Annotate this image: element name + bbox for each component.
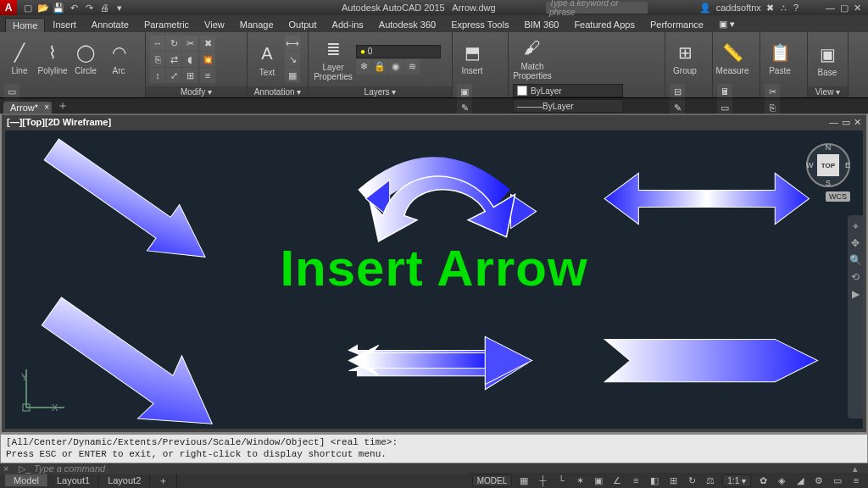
showmotion-icon[interactable]: ▶ (852, 288, 860, 300)
tab-expresstools[interactable]: Express Tools (443, 17, 516, 32)
exchange-icon[interactable]: ✖ (766, 3, 774, 14)
undo-icon[interactable]: ↶ (68, 2, 80, 14)
calc-icon[interactable]: 🖩 (717, 84, 732, 99)
rect-icon[interactable]: ▭ (4, 84, 19, 99)
tab-model[interactable]: Model (5, 474, 48, 486)
annomonitor-icon[interactable]: ◈ (775, 474, 788, 487)
create-block-icon[interactable]: ▣ (457, 84, 472, 99)
close-icon[interactable]: ✕ (854, 3, 861, 14)
orbit-icon[interactable]: ⟲ (851, 271, 860, 283)
tab-manage[interactable]: Manage (232, 17, 281, 32)
add-layout-icon[interactable]: ＋ (150, 474, 177, 488)
close-file-icon[interactable]: × (44, 103, 49, 112)
close-cmd-icon[interactable]: × (3, 463, 15, 474)
group-button[interactable]: ⊞Group (670, 35, 700, 81)
view-cube-face[interactable]: TOP (817, 154, 839, 176)
view-cube[interactable]: N S E W TOP (806, 143, 850, 187)
leader-icon[interactable]: ↘ (285, 52, 300, 67)
new-file-tab[interactable]: ＋ (57, 98, 69, 114)
qp-toggle-icon[interactable]: ⊞ (666, 474, 680, 487)
panel-title-view[interactable]: View ▾ (808, 86, 848, 97)
vp-close-icon[interactable]: ✕ (854, 117, 861, 128)
panel-title-layers[interactable]: Layers ▾ (309, 86, 452, 97)
tab-annotate[interactable]: Annotate (84, 17, 136, 32)
line-button[interactable]: ╱Line (4, 35, 35, 81)
copy-icon[interactable]: ⎘ (150, 52, 165, 67)
lwdisplay-toggle-icon[interactable]: ≡ (629, 474, 643, 487)
sc-toggle-icon[interactable]: ↻ (685, 474, 698, 487)
cleanscreen-icon[interactable]: ▭ (831, 474, 844, 487)
laymatch-icon[interactable]: ≋ (404, 59, 420, 75)
otrack-toggle-icon[interactable]: ∠ (610, 474, 624, 487)
panel-title-annotation[interactable]: Annotation ▾ (248, 86, 308, 97)
lineweight-dropdown[interactable]: ——— ByLayer (513, 99, 623, 113)
paste-button[interactable]: 📋Paste (765, 35, 795, 81)
scale-icon[interactable]: ⤢ (166, 68, 181, 83)
text-button[interactable]: AText (252, 36, 282, 83)
rotate-icon[interactable]: ↻ (166, 36, 181, 51)
osnap-toggle-icon[interactable]: ▣ (592, 474, 605, 487)
maximize-icon[interactable]: ▢ (840, 3, 849, 14)
explode-icon[interactable]: 💥 (200, 52, 215, 67)
freeze-icon[interactable]: ❄ (356, 59, 371, 75)
color-dropdown[interactable]: ByLayer (513, 84, 623, 97)
cut-icon[interactable]: ✂ (765, 84, 780, 99)
insert-button[interactable]: ⬒Insert (457, 35, 487, 81)
ortho-toggle-icon[interactable]: └ (554, 474, 568, 487)
base-button[interactable]: ▣Base (812, 36, 843, 83)
model-space-button[interactable]: MODEL (472, 474, 513, 487)
pan-icon[interactable]: ✥ (851, 237, 860, 249)
lock-icon[interactable]: 🔒 (372, 59, 387, 75)
print-icon[interactable]: 🖨 (98, 2, 110, 14)
customize-icon[interactable]: ≡ (849, 474, 863, 487)
tab-bim360[interactable]: BIM 360 (516, 17, 566, 32)
app-menu-icon[interactable]: A (0, 0, 17, 15)
arc-button[interactable]: ◠Arc (103, 35, 134, 81)
panel-title-modify[interactable]: Modify ▾ (146, 86, 247, 97)
redo-icon[interactable]: ↷ (83, 2, 95, 14)
grid-toggle-icon[interactable]: ▦ (517, 474, 531, 487)
move-icon[interactable]: ↔ (150, 36, 165, 51)
tab-performance[interactable]: Performance (643, 17, 711, 32)
trim-icon[interactable]: ✂ (182, 36, 198, 51)
layer-dropdown[interactable]: ● 0 (356, 45, 441, 58)
command-history[interactable]: [All/Center/Dynamic/Extents/Previous/Sca… (0, 434, 868, 463)
erase-icon[interactable]: ✖ (200, 36, 215, 51)
vp-minimize-icon[interactable]: — (829, 117, 838, 128)
favorites-icon[interactable]: ⛬ (779, 3, 788, 13)
tab-output[interactable]: Output (281, 17, 325, 32)
tab-view[interactable]: View (197, 17, 232, 32)
measure-button[interactable]: 📏Measure (717, 35, 748, 81)
minimize-icon[interactable]: — (826, 3, 835, 13)
layoff-icon[interactable]: ◉ (388, 59, 403, 75)
search-input[interactable]: Type a keyword or phrase (546, 2, 648, 14)
match-properties-button[interactable]: 🖌Match Properties (513, 35, 552, 81)
circle-button[interactable]: ◯Circle (70, 35, 101, 81)
tab-focus[interactable]: ▣ ▾ (711, 16, 743, 32)
polyline-button[interactable]: ⌇Polyline (37, 35, 68, 81)
save-icon[interactable]: 💾 (53, 2, 64, 14)
scale-dropdown[interactable]: 1:1 ▾ (722, 474, 751, 487)
dim-icon[interactable]: ⟷ (285, 36, 300, 51)
user-name[interactable]: caddsoftnx (716, 3, 761, 13)
tab-layout2[interactable]: Layout2 (99, 474, 150, 486)
signin-icon[interactable]: 👤 (699, 3, 711, 14)
hardware-icon[interactable]: ⚙ (812, 474, 826, 487)
transparency-toggle-icon[interactable]: ◧ (648, 474, 661, 487)
drawing-canvas[interactable]: Insert Arrow N S E W TOP WCS ⌖ ✥ 🔍 ⟲ ▶ Y… (5, 130, 863, 429)
vp-restore-icon[interactable]: ▭ (842, 117, 850, 128)
isodraft-icon[interactable]: ◢ (793, 474, 807, 487)
viewport-label[interactable]: [—][Top][2D Wireframe] (7, 117, 111, 127)
help-icon[interactable]: ? (793, 3, 798, 13)
ungroup-icon[interactable]: ⊟ (670, 84, 685, 99)
qat-dropdown-icon[interactable]: ▾ (114, 2, 125, 14)
new-icon[interactable]: ▢ (22, 2, 34, 14)
snap-toggle-icon[interactable]: ┼ (536, 474, 549, 487)
layer-properties-button[interactable]: ≣Layer Properties (313, 36, 353, 83)
polar-toggle-icon[interactable]: ✶ (573, 474, 587, 487)
offset-icon[interactable]: ≡ (200, 68, 215, 83)
tab-home[interactable]: Home (5, 18, 45, 32)
annoscale-icon[interactable]: ⚖ (704, 474, 717, 487)
wheel-icon[interactable]: ⌖ (853, 220, 859, 232)
file-tab-arrow[interactable]: Arrow*× (3, 102, 52, 114)
